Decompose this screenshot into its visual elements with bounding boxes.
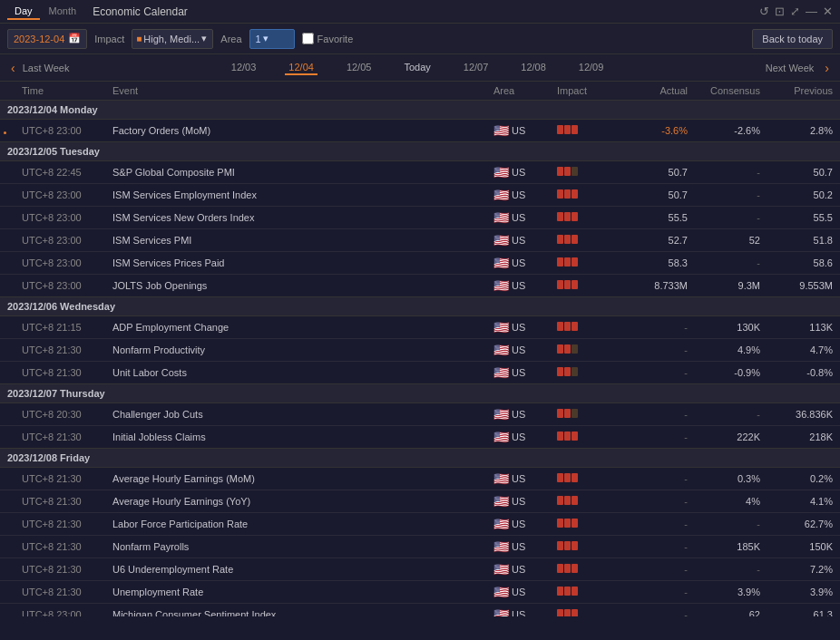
- tab-day[interactable]: Day: [7, 4, 40, 20]
- impact-bar-2: [564, 367, 571, 376]
- table-row[interactable]: UTC+8 21:30Nonfarm Productivity🇺🇸 US-4.9…: [0, 339, 840, 362]
- event-cell: ISM Services Employment Index: [105, 184, 486, 207]
- impact-bar-3: [571, 167, 578, 176]
- table-row[interactable]: UTC+8 21:30Average Hourly Earnings (MoM)…: [0, 468, 840, 490]
- actual-cell: -: [622, 604, 695, 617]
- minimize-icon[interactable]: —: [806, 5, 817, 18]
- impact-bar-1: [557, 519, 563, 528]
- next-arrow[interactable]: ›: [821, 61, 833, 75]
- table-row[interactable]: UTC+8 21:30Average Hourly Earnings (YoY)…: [0, 490, 840, 513]
- area-cell: 🇺🇸 US: [486, 468, 550, 490]
- nav-date-1204[interactable]: 12/04: [285, 61, 317, 75]
- flag-us: 🇺🇸 US: [493, 539, 525, 554]
- impact-cell: [550, 513, 622, 536]
- table-row[interactable]: UTC+8 20:30Challenger Job Cuts🇺🇸 US--36.…: [0, 403, 840, 426]
- refresh-icon[interactable]: ↺: [759, 5, 769, 18]
- previous-cell: 51.8: [767, 229, 840, 252]
- nav-date-1209[interactable]: 12/09: [575, 61, 608, 75]
- flag-us: 🇺🇸 US: [493, 494, 525, 509]
- table-row[interactable]: UTC+8 23:00Michigan Consumer Sentiment I…: [0, 604, 840, 617]
- table-row[interactable]: UTC+8 23:00ISM Services Prices Paid🇺🇸 US…: [0, 252, 840, 275]
- nav-date-1207[interactable]: 12/07: [460, 61, 493, 75]
- event-cell: Unemployment Rate: [105, 581, 486, 604]
- prev-week-label[interactable]: Last Week: [23, 63, 70, 73]
- impact-dropdown[interactable]: ■ High, Medi... ▾: [132, 29, 213, 49]
- impact-bar-3: [571, 564, 578, 573]
- us-flag-icon: 🇺🇸: [493, 607, 509, 616]
- impact-bar-3: [571, 189, 578, 199]
- actual-cell: -: [622, 403, 695, 426]
- nav-date-1205[interactable]: 12/05: [343, 61, 376, 75]
- table-row[interactable]: UTC+8 21:30Unemployment Rate🇺🇸 US-3.9%3.…: [0, 581, 840, 604]
- area-dropdown[interactable]: 1 ▾: [249, 29, 295, 49]
- impact-bars: [557, 409, 578, 418]
- date-header-row: 2023/12/06 Wednesday: [0, 297, 840, 316]
- impact-bars: [557, 280, 578, 289]
- time-cell: UTC+8 22:45: [15, 161, 105, 184]
- consensus-value: -2.6%: [695, 120, 767, 142]
- impact-bar-3: [571, 257, 578, 267]
- date-picker[interactable]: 2023-12-04 📅: [7, 29, 87, 49]
- impact-bar-2: [564, 432, 571, 441]
- toolbar: 2023-12-04 📅 Impact ■ High, Medi... ▾ Ar…: [0, 24, 840, 54]
- table-row[interactable]: UTC+8 21:30Nonfarm Payrolls🇺🇸 US-185K150…: [0, 536, 840, 558]
- table-row[interactable]: UTC+8 23:00ISM Services New Orders Index…: [0, 207, 840, 229]
- event-cell: Nonfarm Payrolls: [105, 536, 486, 558]
- table-row[interactable]: UTC+8 21:30Labor Force Participation Rat…: [0, 513, 840, 536]
- table-row[interactable]: UTC+8 21:30Unit Labor Costs🇺🇸 US--0.9%-0…: [0, 362, 840, 384]
- table-row[interactable]: UTC+8 23:00JOLTS Job Openings🇺🇸 US8.733M…: [0, 275, 840, 297]
- impact-cell: [550, 184, 622, 207]
- impact-label: Impact: [94, 34, 124, 44]
- area-cell: 🇺🇸 US: [486, 604, 550, 617]
- impact-bar-2: [564, 235, 571, 244]
- us-flag-icon: 🇺🇸: [493, 188, 509, 202]
- table-row[interactable]: UTC+8 23:00ISM Services Employment Index…: [0, 184, 840, 207]
- expand-icon[interactable]: ⤢: [790, 5, 800, 18]
- impact-value: High, Medi...: [143, 34, 200, 44]
- impact-bar-3: [571, 235, 578, 244]
- table-row[interactable]: UTC+8 21:30U6 Underemployment Rate🇺🇸 US-…: [0, 558, 840, 581]
- event-cell: U6 Underemployment Rate: [105, 558, 486, 581]
- table-header-row: Time Event Area Impact Actual Consensus …: [0, 82, 840, 101]
- actual-cell: -: [622, 362, 695, 384]
- table-row[interactable]: UTC+8 22:45S&P Global Composite PMI🇺🇸 US…: [0, 161, 840, 184]
- nav-date-1208[interactable]: 12/08: [517, 61, 550, 75]
- close-icon[interactable]: ✕: [823, 5, 833, 18]
- table-row[interactable]: UTC+8 23:00Factory Orders (MoM)🇺🇸 US-3.6…: [0, 120, 840, 142]
- time-cell: UTC+8 23:00: [15, 252, 105, 275]
- layout-icon[interactable]: ⊡: [775, 5, 785, 18]
- table-row[interactable]: UTC+8 21:15ADP Employment Change🇺🇸 US-13…: [0, 316, 840, 339]
- impact-bar-1: [557, 587, 563, 596]
- tab-month[interactable]: Month: [42, 4, 84, 20]
- impact-bar-3: [571, 212, 578, 221]
- impact-bar-3: [571, 367, 578, 376]
- prev-arrow[interactable]: ‹: [7, 61, 19, 75]
- previous-cell: 50.7: [767, 161, 840, 184]
- nav-date-1203[interactable]: 12/03: [228, 61, 260, 75]
- flag-us: 🇺🇸 US: [493, 320, 525, 335]
- title-bar: Day Month Economic Calendar ↺ ⊡ ⤢ — ✕: [0, 0, 840, 24]
- impact-bars: [557, 587, 578, 596]
- area-value: 1: [256, 34, 261, 44]
- time-cell: UTC+8 23:00: [15, 184, 105, 207]
- impact-bars: [557, 322, 578, 331]
- impact-bar-3: [571, 541, 578, 550]
- area-cell: 🇺🇸 US: [486, 339, 550, 362]
- time-cell: UTC+8 21:30: [15, 490, 105, 513]
- area-cell: 🇺🇸 US: [486, 161, 550, 184]
- back-today-button[interactable]: Back to today: [752, 29, 833, 49]
- favorite-checkbox[interactable]: [302, 33, 314, 44]
- table-row[interactable]: UTC+8 23:00ISM Services PMI🇺🇸 US52.75251…: [0, 229, 840, 252]
- impact-bar-3: [571, 587, 578, 596]
- flag-us: 🇺🇸 US: [493, 607, 525, 616]
- impact-cell: [550, 403, 622, 426]
- consensus-cell: -: [695, 513, 767, 536]
- row-indicator: [0, 581, 15, 604]
- date-header-cell: 2023/12/07 Thursday: [0, 384, 840, 403]
- nav-dates: 12/0312/0412/05Today12/0712/0812/09: [228, 61, 608, 75]
- favorite-check[interactable]: Favorite: [302, 33, 354, 44]
- impact-bars: [557, 167, 578, 176]
- nav-date-Today[interactable]: Today: [400, 61, 434, 75]
- next-week-label[interactable]: Next Week: [766, 63, 815, 73]
- table-row[interactable]: UTC+8 21:30Initial Jobless Claims🇺🇸 US-2…: [0, 426, 840, 449]
